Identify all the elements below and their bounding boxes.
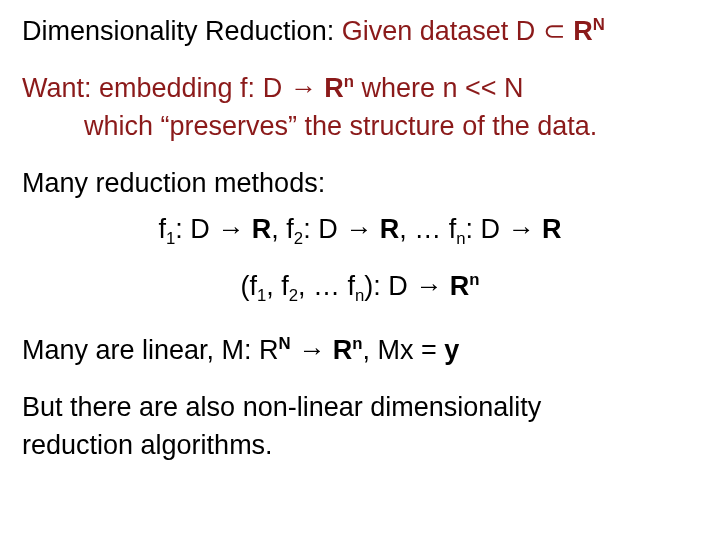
ts1: 1 — [257, 286, 266, 305]
slide-root: Dimensionality Reduction: Given dataset … — [0, 0, 720, 540]
sub2: 2 — [294, 230, 303, 249]
f1: f — [158, 214, 166, 244]
tdots: , … f — [298, 271, 355, 301]
nonlinear-l2: reduction algorithms. — [22, 428, 698, 463]
R2: R — [372, 214, 399, 244]
tsn: n — [355, 286, 364, 305]
lin-y: y — [444, 335, 459, 365]
want-exp-n: n — [344, 72, 354, 91]
texp: n — [469, 270, 479, 289]
txt-exp-N: N — [593, 15, 605, 34]
lin-mid: R — [325, 335, 352, 365]
linear-line: Many are linear, M: RN → Rn, Mx = y — [22, 333, 698, 368]
methods-tuple: (f1, f2, … fn): D → Rn — [22, 269, 698, 304]
want-cond: where n << N — [354, 73, 524, 103]
title-line: Dimensionality Reduction: Given dataset … — [22, 14, 698, 49]
txt-given: Given dataset D — [342, 16, 543, 46]
txt-R: R — [573, 16, 593, 46]
arrow-icon: → — [345, 214, 372, 244]
lin-prefix: Many are linear, M: R — [22, 335, 279, 365]
tc1: , f — [266, 271, 289, 301]
lin-suffix: , Mx = — [362, 335, 444, 365]
arrow-icon: → — [217, 214, 244, 244]
lin-expN: N — [279, 334, 291, 353]
cd1: : D — [175, 214, 217, 244]
methods-heading: Many reduction methods: — [22, 166, 698, 201]
want-R: R — [317, 73, 344, 103]
arrow-icon: → — [290, 73, 317, 103]
arrow-icon: → — [291, 335, 326, 365]
nonlinear-l1: But there are also non-linear dimensiona… — [22, 390, 698, 425]
subn: n — [456, 230, 465, 249]
R1: R — [244, 214, 271, 244]
sub1: 1 — [166, 230, 175, 249]
arrow-icon: → — [415, 271, 442, 301]
tpo: (f — [240, 271, 257, 301]
title-given: Given dataset D ⊂ RN — [342, 16, 605, 46]
title-label: Dimensionality Reduction: — [22, 16, 334, 46]
lin-expn: n — [352, 334, 362, 353]
ts2: 2 — [289, 286, 298, 305]
arrow-icon: → — [508, 214, 535, 244]
tcl: ): D — [364, 271, 415, 301]
c1: , — [271, 214, 286, 244]
tR: R — [442, 271, 469, 301]
f2: f — [286, 214, 294, 244]
want-line2: which “preserves” the structure of the d… — [22, 109, 698, 144]
cd2: : D — [303, 214, 345, 244]
methods-maps: f1: D → R, f2: D → R, … fn: D → R — [22, 212, 698, 247]
R3: R — [535, 214, 562, 244]
dots: , … f — [399, 214, 456, 244]
subset-symbol: ⊂ — [543, 16, 566, 46]
want-prefix: Want: embedding f: D — [22, 73, 290, 103]
cd3: : D — [466, 214, 508, 244]
want-line1: Want: embedding f: D → Rn where n << N — [22, 71, 698, 106]
